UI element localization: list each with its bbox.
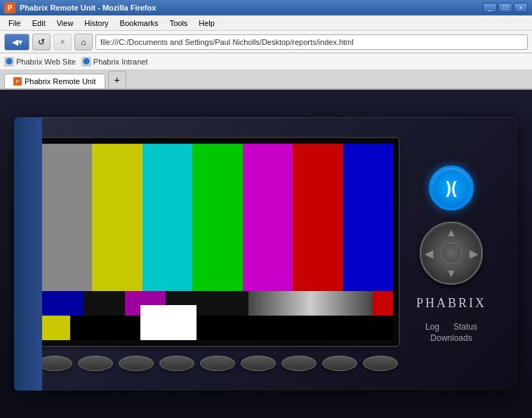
mid-bar-6 (373, 291, 393, 316)
mid-bar-5 (248, 291, 372, 316)
menu-bar: File Edit View History Bookmarks Tools H… (0, 15, 532, 31)
oval-btn-2[interactable] (78, 356, 113, 371)
oval-btn-1[interactable] (37, 356, 72, 371)
menu-bookmarks[interactable]: Bookmarks (114, 18, 164, 29)
bookmark-label-2: Phabrix Intranet (93, 58, 148, 66)
white-reference-box (140, 305, 197, 340)
menu-edit[interactable]: Edit (27, 18, 51, 29)
menu-view[interactable]: View (51, 18, 79, 29)
bookmark-phabrix-website[interactable]: 🔵 Phabrix Web Site (4, 57, 76, 67)
device-body: )( ▲ ▼ ◀ ▶ PHABRIX Log Status (14, 117, 518, 391)
logo-icon: )( (446, 178, 457, 198)
window-controls[interactable]: _ □ × (483, 3, 528, 13)
left-panel (14, 117, 42, 391)
bookmark-label-1: Phabrix Web Site (16, 58, 76, 66)
dpad-up-icon[interactable]: ▲ (446, 227, 457, 239)
bar-blue (343, 144, 393, 291)
menu-tools[interactable]: Tools (164, 18, 194, 29)
home-button[interactable]: ⌂ (74, 34, 93, 50)
bottom-black (70, 316, 393, 340)
bottom-yellow (42, 316, 70, 340)
back-button[interactable]: ◀▾ (4, 34, 29, 50)
oval-btn-5[interactable] (200, 356, 235, 371)
oval-btn-8[interactable] (322, 356, 357, 371)
menu-help[interactable]: Help (193, 18, 220, 29)
controls-section: )( ▲ ▼ ◀ ▶ PHABRIX Log Status (406, 166, 497, 343)
screen-section (35, 137, 400, 371)
dpad-center-button[interactable] (441, 243, 462, 264)
new-tab-button[interactable]: + (108, 71, 126, 88)
dpad-right-icon[interactable]: ▶ (470, 246, 478, 259)
window-title: Phabrix Remote Unit - Mozilla Firefox (20, 4, 479, 12)
bar-red (293, 144, 343, 291)
mid-bar-1 (42, 291, 84, 316)
logo-button[interactable]: )( (429, 166, 474, 210)
menu-history[interactable]: History (79, 18, 114, 29)
bar-magenta (243, 144, 293, 291)
oval-btn-9[interactable] (363, 356, 398, 371)
bar-gray (42, 144, 92, 291)
bottom-buttons (37, 356, 398, 371)
labels-row-1: Log Status (425, 322, 477, 332)
color-bars-middle (42, 291, 393, 316)
dpad[interactable]: ▲ ▼ ◀ ▶ (420, 222, 483, 285)
bookmark-phabrix-intranet[interactable]: 🔵 Phabrix Intranet (81, 57, 148, 67)
tab-label: Phabrix Remote Unit (25, 77, 96, 86)
status-label[interactable]: Status (453, 322, 477, 332)
tab-bar: P Phabrix Remote Unit + (0, 70, 532, 90)
color-bars-top (42, 144, 393, 291)
menu-file[interactable]: File (3, 18, 27, 29)
address-bar[interactable]: file:///C:/Documents and Settings/Paul N… (95, 34, 528, 50)
address-text: file:///C:/Documents and Settings/Paul N… (100, 38, 354, 46)
minimize-button[interactable]: _ (483, 3, 497, 13)
tab-favicon: P (13, 77, 22, 86)
log-label[interactable]: Log (425, 322, 439, 332)
brand-name: PHABRIX (416, 296, 486, 311)
dpad-down-icon[interactable]: ▼ (446, 267, 457, 280)
mid-bar-2 (84, 291, 125, 316)
title-bar: P Phabrix Remote Unit - Mozilla Firefox … (0, 0, 532, 15)
screen-display (42, 144, 393, 340)
bar-green (192, 144, 242, 291)
oval-btn-3[interactable] (119, 356, 154, 371)
labels-section: Log Status Downloads (425, 322, 477, 343)
close-button[interactable]: × (514, 3, 528, 13)
nav-bar: ◀▾ ↺ × ⌂ file:///C:/Documents and Settin… (0, 31, 532, 53)
bookmark-icon-1: 🔵 (4, 57, 14, 67)
oval-btn-6[interactable] (241, 356, 276, 371)
bar-yellow (92, 144, 142, 291)
stop-button[interactable]: × (53, 34, 72, 50)
app-icon: P (4, 2, 15, 13)
dpad-left-icon[interactable]: ◀ (425, 246, 433, 259)
active-tab[interactable]: P Phabrix Remote Unit (4, 74, 105, 88)
downloads-label[interactable]: Downloads (430, 333, 472, 343)
screen-bezel (35, 137, 400, 347)
bookmark-icon-2: 🔵 (81, 57, 91, 67)
oval-btn-4[interactable] (159, 356, 194, 371)
reload-button[interactable]: ↺ (32, 34, 51, 50)
color-bars-bottom (42, 316, 393, 340)
labels-row-2: Downloads (430, 333, 472, 343)
device-area: )( ▲ ▼ ◀ ▶ PHABRIX Log Status (0, 90, 532, 418)
oval-btn-7[interactable] (281, 356, 317, 371)
bookmarks-bar: 🔵 Phabrix Web Site 🔵 Phabrix Intranet (0, 53, 532, 70)
bar-cyan (142, 144, 192, 291)
maximize-button[interactable]: □ (498, 3, 512, 13)
dpad-outer[interactable]: ▲ ▼ ◀ ▶ (420, 222, 483, 285)
